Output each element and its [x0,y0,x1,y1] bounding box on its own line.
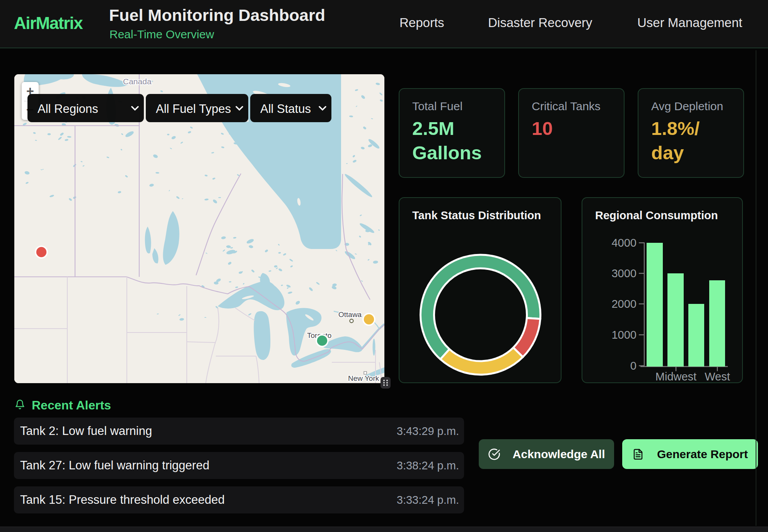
svg-text:0: 0 [630,360,637,372]
svg-text:West: West [705,370,730,383]
svg-text:Midwest: Midwest [655,370,696,383]
svg-text:New York: New York [348,374,379,382]
svg-text:3000: 3000 [611,267,637,280]
svg-text:Ottawa: Ottawa [338,310,362,319]
svg-text:2000: 2000 [611,298,637,310]
svg-text:Canada: Canada [123,77,152,86]
svg-text:4000: 4000 [611,237,637,249]
svg-text:1000: 1000 [611,329,637,341]
